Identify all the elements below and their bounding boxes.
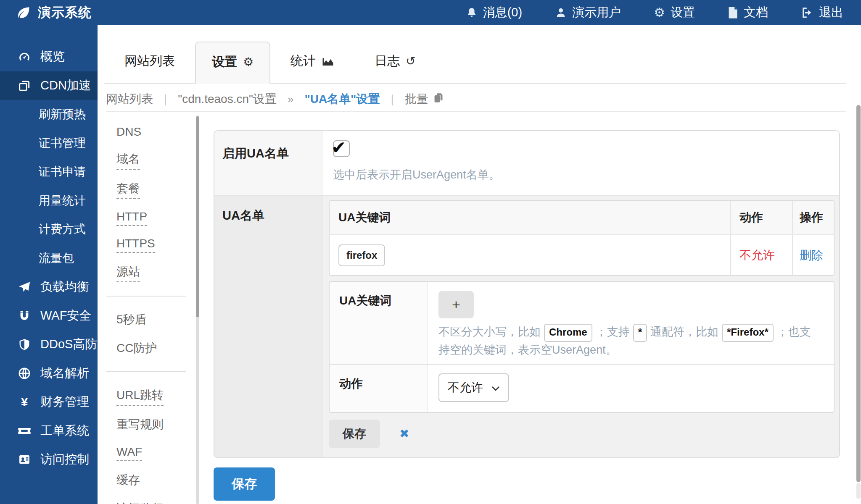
- sidebar-item-finance[interactable]: ¥ 财务管理: [0, 388, 98, 417]
- check-icon: ✔: [331, 137, 346, 158]
- sidebar-item-label: 流量包: [39, 250, 74, 266]
- brand-title: 演示系统: [38, 4, 92, 21]
- breadcrumb-current[interactable]: "UA名单"设置: [304, 91, 380, 107]
- tab-label: 统计: [291, 52, 316, 70]
- header-operation: 操作: [792, 201, 834, 234]
- header-action: 动作: [730, 201, 792, 234]
- sidebar-item-label: WAF安全: [40, 307, 91, 324]
- submenu-item-https[interactable]: HTTPS: [116, 237, 155, 253]
- topnav-settings-label: 设置: [671, 4, 695, 21]
- sidebar-item-label: CDN加速: [40, 77, 91, 94]
- editor-action-label: 动作: [330, 365, 428, 412]
- sidebar-item-label: 用量统计: [39, 193, 86, 209]
- ua-list-row: UA名单 UA关键词 动作 操作 firefox: [214, 195, 839, 457]
- action-select-value: 不允许: [448, 380, 483, 396]
- tab-settings[interactable]: 设置 ⚙: [195, 42, 270, 84]
- topnav-user-label: 演示用户: [572, 4, 621, 21]
- sidebar-item-label: 财务管理: [40, 394, 89, 410]
- tab-site-list[interactable]: 网站列表: [104, 52, 195, 83]
- keyword-hint: 不区分大小写，比如Chrome；支持*通配符，比如*Firefox*；也支持空的…: [438, 324, 822, 361]
- sidebar-item-billing[interactable]: 计费方式: [0, 215, 98, 244]
- sidebar-item-cdn[interactable]: CDN加速: [0, 71, 98, 100]
- submenu-item-url-redirect[interactable]: URL跳转: [116, 387, 164, 406]
- save-button[interactable]: 保存: [214, 467, 275, 501]
- sidebar-item-overview[interactable]: 概览: [0, 42, 98, 71]
- submenu-item-cc-protect[interactable]: CC防护: [116, 340, 157, 358]
- submenu-item-rewrite-rules[interactable]: 重写规则: [116, 417, 164, 434]
- breadcrumb-site-settings[interactable]: "cdn.teaos.cn"设置: [178, 91, 277, 107]
- submenu-item-domain[interactable]: 域名: [116, 151, 140, 170]
- editor-save-button[interactable]: 保存: [329, 420, 380, 448]
- sidebar-item-dns-resolve[interactable]: 域名解析: [0, 359, 98, 388]
- ua-keywords-table: UA关键词 动作 操作 firefox 不允许: [329, 200, 835, 276]
- sidebar-item-cert-manage[interactable]: 证书管理: [0, 129, 98, 158]
- topnav-docs[interactable]: 文档: [728, 4, 768, 21]
- submenu-item-plan[interactable]: 套餐: [116, 181, 140, 199]
- editor-action-row: 动作 不允许: [330, 364, 834, 412]
- submenu-item-access-auth[interactable]: 访问鉴权: [116, 501, 164, 504]
- sidebar-item-label: DDoS高防: [40, 336, 97, 353]
- sidebar-item-label: 计费方式: [39, 221, 86, 237]
- sidebar-item-usage-stats[interactable]: 用量统计: [0, 186, 98, 215]
- action-select[interactable]: 不允许: [438, 373, 509, 402]
- topnav-messages-label: 消息(0): [483, 4, 522, 21]
- document-icon: [728, 6, 738, 19]
- breadcrumb-batch-button[interactable]: 批量: [405, 91, 444, 107]
- breadcrumb-site-list[interactable]: 网站列表: [106, 91, 153, 107]
- topnav-logout-label: 退出: [819, 4, 843, 21]
- topnav-logout[interactable]: 退出: [801, 4, 843, 21]
- topnav-messages[interactable]: 消息(0): [466, 4, 522, 21]
- example-chrome: Chrome: [544, 324, 592, 342]
- topnav-settings[interactable]: ⚙ 设置: [654, 4, 695, 21]
- tab-statistics[interactable]: 统计: [270, 52, 354, 83]
- submenu-scrollbar-thumb[interactable]: [196, 116, 199, 317]
- ticket-icon: [17, 425, 32, 437]
- editor-action-content: 不允许: [428, 365, 834, 412]
- submenu-item-5s-shield[interactable]: 5秒盾: [116, 312, 147, 329]
- breadcrumb: 网站列表 | "cdn.teaos.cn"设置 » "UA名单"设置 | 批量: [106, 87, 444, 112]
- sidebar-item-ddos[interactable]: DDoS高防: [0, 330, 98, 359]
- tab-label: 设置: [212, 53, 237, 71]
- topnav-user[interactable]: 演示用户: [555, 4, 621, 21]
- sidebar-item-access-control[interactable]: 访问控制: [0, 445, 98, 474]
- action-value: 不允许: [740, 247, 775, 263]
- sidebar-item-traffic-pack[interactable]: 流量包: [0, 244, 98, 273]
- breadcrumb-separator: |: [391, 92, 394, 106]
- submenu-item-waf[interactable]: WAF: [116, 445, 142, 461]
- user-icon: [555, 6, 567, 19]
- submenu-item-origin[interactable]: 源站: [116, 264, 140, 282]
- enable-ua-checkbox[interactable]: ✔: [333, 140, 350, 157]
- id-card-icon: [17, 453, 32, 466]
- breadcrumb-separator: |: [164, 92, 167, 106]
- page-scrollbar-track[interactable]: [856, 483, 861, 499]
- submenu-item-dns[interactable]: DNS: [116, 125, 141, 140]
- sidebar-item-refresh-preheat[interactable]: 刷新预热: [0, 100, 98, 129]
- sidebar-item-load-balance[interactable]: 负载均衡: [0, 273, 98, 302]
- sidebar-item-label: 访问控制: [40, 451, 89, 468]
- ua-settings-form: 启用UA名单 ✔ 选中后表示开启UserAgent名单。 UA名单 UA关键词 …: [214, 130, 840, 501]
- hint-text: 通配符，比如: [650, 326, 718, 338]
- sidebar-item-waf[interactable]: WAF安全: [0, 302, 98, 331]
- copy-icon: [433, 92, 444, 106]
- table-row: firefox 不允许 删除: [330, 235, 834, 275]
- submenu-item-cache[interactable]: 缓存: [116, 472, 140, 490]
- add-keyword-button[interactable]: +: [438, 291, 474, 318]
- editor-cancel-icon[interactable]: ✖: [399, 427, 409, 441]
- ua-table-header: UA关键词 动作 操作: [330, 201, 834, 235]
- topnav-docs-label: 文档: [744, 4, 768, 21]
- tab-logs[interactable]: 日志 ↺: [354, 52, 436, 83]
- bell-icon: [466, 6, 478, 19]
- delete-link[interactable]: 删除: [800, 247, 823, 263]
- enable-ua-hint: 选中后表示开启UserAgent名单。: [333, 167, 827, 182]
- sidebar-item-label: 证书申请: [39, 164, 86, 180]
- page-scrollbar-thumb[interactable]: [856, 105, 861, 482]
- enable-ua-label: 启用UA名单: [214, 131, 322, 195]
- submenu-scrollbar[interactable]: [196, 116, 199, 504]
- sidebar-item-ticket[interactable]: 工单系统: [0, 417, 98, 446]
- main-content: 网站列表 设置 ⚙ 统计 日志 ↺ 网站列表 | "cdn.teaos.cn"设…: [98, 25, 861, 504]
- sidebar-item-cert-apply[interactable]: 证书申请: [0, 158, 98, 186]
- globe-icon: [17, 367, 32, 380]
- sidebar-item-label: 工单系统: [40, 423, 89, 439]
- submenu-item-http[interactable]: HTTP: [116, 210, 147, 226]
- breadcrumb-arrow: »: [288, 93, 293, 106]
